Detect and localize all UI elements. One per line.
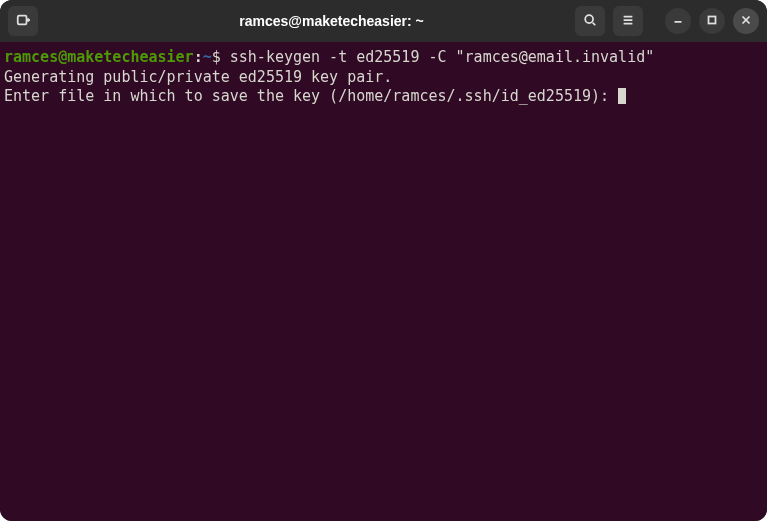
svg-point-3 [585,15,593,23]
svg-line-4 [593,22,596,25]
output-line-2-text: Enter file in which to save the key (/ho… [4,87,618,105]
terminal-window: ramces@maketecheasier: ~ [0,0,767,521]
minimize-icon [671,12,685,31]
prompt-at: @ [58,48,67,66]
hamburger-menu-button[interactable] [613,6,643,36]
prompt-line: ramces@maketecheasier:~$ ssh-keygen -t e… [4,48,763,68]
terminal-area[interactable]: ramces@maketecheasier:~$ ssh-keygen -t e… [0,42,767,521]
prompt-host: maketecheasier [67,48,193,66]
prompt-dollar: $ [212,48,221,66]
cursor [618,88,626,104]
prompt-colon: : [194,48,203,66]
svg-rect-9 [709,16,716,23]
search-icon [583,12,597,31]
prompt-user: ramces [4,48,58,66]
new-tab-button[interactable] [8,6,38,36]
close-button[interactable] [733,8,759,34]
search-button[interactable] [575,6,605,36]
titlebar-left [8,6,88,36]
titlebar: ramces@maketecheasier: ~ [0,0,767,42]
output-line-1: Generating public/private ed25519 key pa… [4,68,763,88]
maximize-icon [705,12,719,31]
window-title: ramces@maketecheasier: ~ [94,13,569,29]
close-icon [739,12,753,31]
prompt-path: ~ [203,48,212,66]
svg-rect-0 [18,15,27,24]
titlebar-right [575,6,759,36]
hamburger-menu-icon [621,12,635,31]
minimize-button[interactable] [665,8,691,34]
new-tab-icon [16,12,30,31]
maximize-button[interactable] [699,8,725,34]
output-line-2: Enter file in which to save the key (/ho… [4,87,763,107]
command-text: ssh-keygen -t ed25519 -C "ramces@email.i… [230,48,654,66]
